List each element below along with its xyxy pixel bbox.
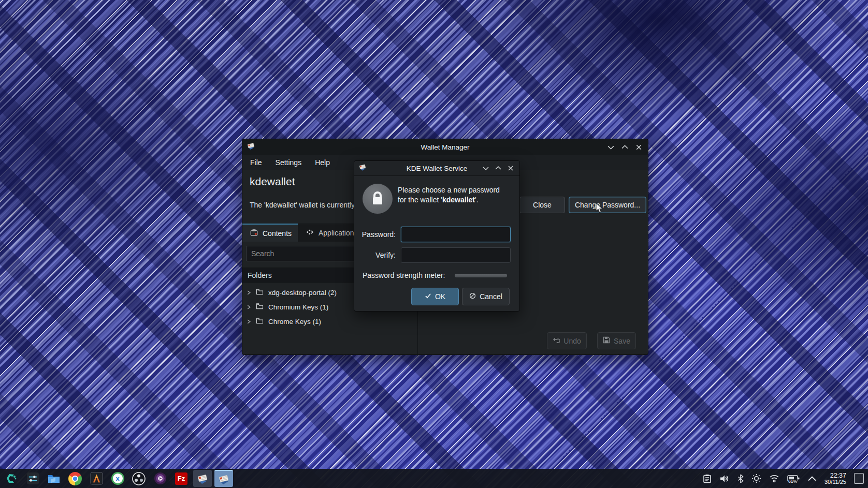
battery-icon[interactable]: 61% <box>787 475 800 482</box>
contents-tab-icon <box>250 229 258 238</box>
lock-icon <box>363 184 393 214</box>
folder-icon <box>256 288 264 297</box>
kwallet-task-button-active[interactable] <box>214 470 233 487</box>
filezilla-button[interactable]: Fz <box>172 470 191 487</box>
verify-input[interactable] <box>401 247 511 263</box>
save-button[interactable]: Save <box>597 332 636 349</box>
folder-icon <box>256 317 264 326</box>
chrome-icon <box>68 472 82 485</box>
message-line2-prefix: for the wallet ' <box>398 196 442 204</box>
ok-icon <box>425 292 431 301</box>
maximize-button[interactable] <box>621 143 629 151</box>
password-input[interactable] <box>401 227 511 242</box>
battery-percent: 61% <box>788 479 798 484</box>
window-title: Wallet Manager <box>242 143 648 151</box>
settings-app-button[interactable] <box>23 470 42 487</box>
dialog-close-button[interactable] <box>507 165 514 172</box>
undo-icon <box>553 336 560 345</box>
folder-icon <box>47 472 61 485</box>
clock[interactable]: 22:37 30/11/25 <box>824 472 846 485</box>
kwallet-task-button[interactable] <box>193 470 212 487</box>
taskbar-apps: x Fz <box>0 470 233 487</box>
clock-date: 30/11/25 <box>824 479 846 485</box>
file-manager-button[interactable] <box>45 470 63 487</box>
show-desktop-button[interactable] <box>854 473 864 484</box>
media-player-button[interactable] <box>151 470 169 487</box>
kde-wallet-service-dialog: KDE Wallet Service Please choose a new p… <box>354 160 520 312</box>
close-wallet-label: Close <box>533 201 552 209</box>
ok-button[interactable]: OK <box>411 288 459 305</box>
message-wallet-name: kdewallet <box>442 196 475 204</box>
mouse-cursor <box>596 202 604 216</box>
ok-label: OK <box>435 292 445 301</box>
desktop: Wallet Manager clsb File Settings Help k… <box>0 0 868 488</box>
strength-meter-label: Password strength meter: <box>363 271 445 279</box>
obs-icon <box>132 472 146 485</box>
wallet-icon <box>218 473 230 485</box>
verify-label: Verify: <box>354 251 396 259</box>
wifi-icon[interactable] <box>769 474 779 483</box>
cancel-button[interactable]: Cancel <box>462 288 510 305</box>
folders-header-label: Folders <box>248 271 272 279</box>
cancel-label: Cancel <box>480 292 502 301</box>
editor-a-button[interactable] <box>87 470 106 487</box>
contents-tab-label: Contents <box>263 229 292 238</box>
app-launcher-button[interactable] <box>2 470 21 487</box>
password-label: Password: <box>354 230 396 239</box>
dialog-minimize-button[interactable] <box>482 165 489 172</box>
folder-label: Chromium Keys (1) <box>268 303 328 311</box>
clipboard-icon[interactable] <box>703 474 712 483</box>
save-label: Save <box>614 337 630 345</box>
applications-tab-label: Applications <box>319 229 358 237</box>
bluetooth-icon[interactable] <box>737 474 744 483</box>
folder-label: Chrome Keys (1) <box>268 318 321 326</box>
expander-icon[interactable] <box>247 303 251 311</box>
applications-tab-icon <box>306 228 314 238</box>
close-window-button[interactable] <box>635 143 643 151</box>
message-line1: Please choose a new password <box>398 186 500 194</box>
message-line2-suffix: '. <box>475 196 479 204</box>
x-app-button[interactable]: x <box>108 470 127 487</box>
system-tray: 61% 22:37 30/11/25 <box>703 469 864 488</box>
x-app-icon: x <box>111 472 124 485</box>
a-app-icon <box>90 472 103 485</box>
folder-icon <box>256 303 264 311</box>
obs-button[interactable] <box>129 470 148 487</box>
chrome-button[interactable] <box>66 470 84 487</box>
filezilla-text: Fz <box>178 475 185 482</box>
folder-row-chrome[interactable]: Chrome Keys (1) <box>242 314 417 329</box>
menu-help[interactable]: Help <box>308 155 337 170</box>
sliders-icon <box>26 472 39 485</box>
launcher-icon <box>5 472 18 485</box>
password-strength-meter <box>455 274 507 277</box>
change-password-label: Change Password... <box>575 201 640 209</box>
filezilla-icon: Fz <box>175 472 187 485</box>
clock-time: 22:37 <box>824 472 846 479</box>
taskbar: x Fz <box>0 469 868 488</box>
undo-button[interactable]: Undo <box>547 332 587 349</box>
cancel-icon <box>469 292 476 301</box>
undo-label: Undo <box>563 337 581 345</box>
wallet-manager-titlebar[interactable]: Wallet Manager <box>242 139 648 155</box>
dialog-maximize-button[interactable] <box>495 165 502 172</box>
folder-label: xdg-desktop-portal (2) <box>268 289 337 297</box>
save-icon <box>603 336 610 345</box>
wallet-name-heading: kdewallet <box>250 175 295 188</box>
menu-settings[interactable]: Settings <box>269 155 309 170</box>
dialog-message: Please choose a new password for the wal… <box>398 185 500 205</box>
mpv-icon <box>154 472 167 485</box>
volume-icon[interactable] <box>719 474 730 483</box>
expander-icon[interactable] <box>247 289 251 297</box>
brightness-icon[interactable] <box>751 474 761 483</box>
minimize-button[interactable] <box>607 143 615 151</box>
tab-contents[interactable]: Contents <box>242 224 300 242</box>
expander-icon[interactable] <box>247 318 251 326</box>
dialog-titlebar[interactable]: KDE Wallet Service <box>354 161 519 176</box>
wallet-icon <box>196 472 209 485</box>
menu-file[interactable]: File <box>243 155 269 170</box>
close-wallet-button[interactable]: Close <box>519 197 565 213</box>
tray-expand-chevron-icon[interactable] <box>807 476 817 482</box>
change-password-button[interactable]: Change Password... <box>569 197 646 213</box>
